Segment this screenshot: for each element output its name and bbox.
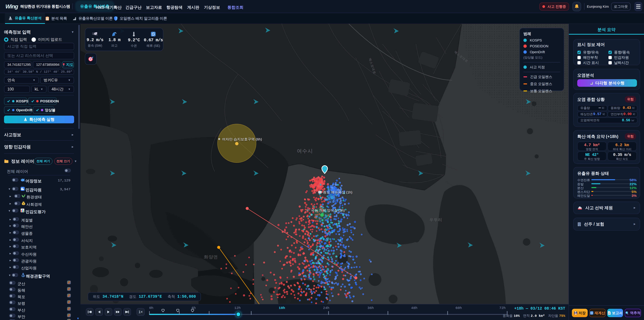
svg-text:$: $ — [23, 202, 24, 205]
